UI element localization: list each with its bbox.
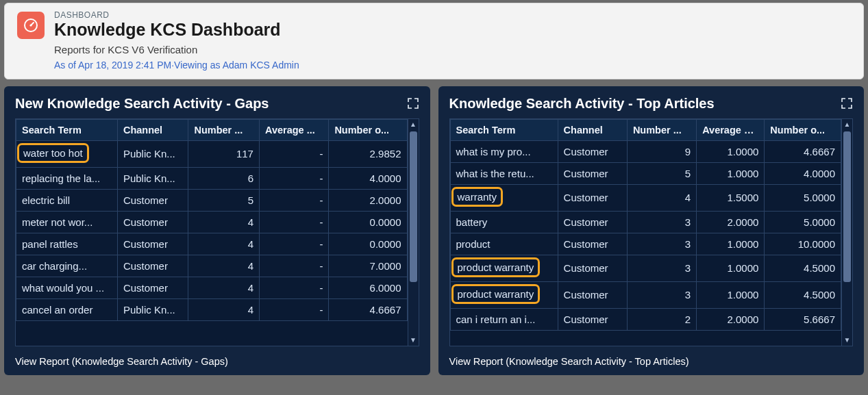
view-report-top-link[interactable]: View Report (Knowledge Search Activity -… [449, 356, 854, 367]
cell-number-1: 4 [188, 211, 260, 233]
col-number-2[interactable]: Number o... [765, 119, 841, 140]
col-channel[interactable]: Channel [558, 119, 627, 140]
table-row[interactable]: what would you ...Customer4-6.0000 [16, 277, 408, 298]
cell-number-2: 4.0000 [765, 162, 841, 184]
cell-channel: Customer [558, 308, 627, 330]
cell-number-1: 117 [188, 140, 260, 167]
highlight-box: product warranty [451, 284, 541, 304]
cell-number-2: 2.0000 [329, 189, 407, 211]
cell-search-term[interactable]: product warranty [450, 255, 558, 281]
cell-number-2: 4.0000 [329, 167, 407, 189]
table-row[interactable]: productCustomer31.000010.0000 [450, 233, 841, 255]
col-number-1[interactable]: Number ... [188, 119, 260, 140]
col-number-2[interactable]: Number o... [329, 119, 407, 140]
cell-average: - [259, 140, 328, 167]
cell-number-2: 5.0000 [765, 184, 841, 211]
cell-number-1: 4 [188, 233, 260, 255]
widget-top-title: Knowledge Search Activity - Top Articles [449, 96, 715, 112]
table-row[interactable]: meter not wor...Customer4-0.0000 [16, 211, 408, 233]
cell-average: - [259, 277, 328, 298]
cell-search-term[interactable]: what is the retu... [450, 162, 558, 184]
cell-number-2: 4.5000 [765, 281, 841, 308]
highlight-box: product warranty [451, 257, 541, 277]
cell-number-1: 5 [627, 162, 696, 184]
view-report-gaps-link[interactable]: View Report (Knowledge Search Activity -… [15, 356, 419, 367]
cell-search-term[interactable]: what would you ... [16, 277, 118, 298]
widget-top-articles: Knowledge Search Activity - Top Articles… [438, 86, 865, 375]
highlight-box: warranty [451, 187, 504, 207]
col-search-term[interactable]: Search Term [16, 119, 118, 140]
cell-number-1: 5 [188, 189, 260, 211]
cell-search-term[interactable]: product [450, 233, 558, 255]
scrollbar[interactable]: ▲ ▼ [841, 119, 852, 346]
cell-number-2: 5.6667 [765, 308, 841, 330]
table-row[interactable]: what is the retu...Customer51.00004.0000 [450, 162, 841, 184]
cell-search-term[interactable]: replacing the la... [16, 167, 118, 189]
cell-search-term[interactable]: warranty [450, 184, 558, 211]
table-row[interactable]: what is my pro...Customer91.00004.6667 [450, 140, 841, 162]
cell-average: 1.0000 [697, 140, 765, 162]
col-search-term[interactable]: Search Term [450, 119, 558, 140]
cell-channel: Customer [117, 233, 188, 255]
table-row[interactable]: batteryCustomer32.00005.0000 [450, 211, 841, 233]
cell-average: - [259, 211, 328, 233]
page-title: Knowledge KCS Dashboard [54, 21, 851, 40]
expand-icon[interactable] [841, 97, 853, 110]
scroll-thumb[interactable] [843, 131, 851, 282]
scrollbar[interactable]: ▲ ▼ [408, 119, 419, 346]
cell-search-term[interactable]: product warranty [450, 281, 558, 308]
table-row[interactable]: replacing the la...Public Kn...6-4.0000 [16, 167, 408, 189]
cell-search-term[interactable]: panel rattles [16, 233, 118, 255]
cell-number-1: 4 [188, 298, 260, 320]
cell-channel: Public Kn... [117, 167, 188, 189]
table-row[interactable]: water too hotPublic Kn...117-2.9852 [16, 140, 408, 167]
cell-number-2: 6.0000 [329, 277, 407, 298]
scroll-down-icon[interactable]: ▼ [408, 335, 419, 345]
table-row[interactable]: electric billCustomer5-2.0000 [16, 189, 408, 211]
table-row[interactable]: product warrantyCustomer31.00004.5000 [450, 281, 841, 308]
cell-number-2: 10.0000 [765, 233, 841, 255]
cell-channel: Customer [117, 211, 188, 233]
table-row[interactable]: cancel an orderPublic Kn...4-4.6667 [16, 298, 408, 320]
cell-number-1: 4 [188, 277, 260, 298]
cell-average: 2.0000 [697, 308, 765, 330]
svg-point-1 [29, 24, 32, 26]
col-channel[interactable]: Channel [117, 119, 188, 140]
scroll-down-icon[interactable]: ▼ [842, 335, 852, 345]
cell-search-term[interactable]: what is my pro... [450, 140, 558, 162]
scroll-up-icon[interactable]: ▲ [842, 120, 852, 129]
scroll-thumb[interactable] [410, 131, 417, 282]
cell-average: 1.0000 [697, 233, 765, 255]
cell-number-1: 2 [627, 308, 696, 330]
cell-channel: Customer [558, 281, 627, 308]
table-row[interactable]: car charging...Customer4-7.0000 [16, 255, 408, 277]
col-number-1[interactable]: Number ... [627, 119, 696, 140]
cell-search-term[interactable]: car charging... [16, 255, 118, 277]
cell-number-1: 3 [627, 255, 696, 281]
page-subtitle: Reports for KCS V6 Verification [54, 44, 851, 55]
cell-channel: Customer [117, 277, 188, 298]
col-average[interactable]: Average C... [697, 119, 765, 140]
page-meta: As of Apr 18, 2019 2:41 PM·Viewing as Ad… [54, 60, 851, 71]
highlight-box: water too hot [17, 143, 89, 163]
expand-icon[interactable] [407, 97, 419, 110]
scroll-up-icon[interactable]: ▲ [408, 120, 419, 129]
cell-search-term[interactable]: cancel an order [16, 298, 118, 320]
widget-gaps-title: New Knowledge Search Activity - Gaps [15, 96, 269, 112]
table-row[interactable]: warrantyCustomer41.50005.0000 [450, 184, 841, 211]
top-articles-table: Search Term Channel Number ... Average C… [450, 119, 842, 331]
cell-search-term[interactable]: water too hot [16, 140, 118, 167]
table-row[interactable]: panel rattlesCustomer4-0.0000 [16, 233, 408, 255]
cell-search-term[interactable]: can i return an i... [450, 308, 558, 330]
cell-channel: Customer [558, 255, 627, 281]
gauge-icon [17, 12, 45, 39]
cell-number-1: 3 [627, 211, 696, 233]
cell-search-term[interactable]: battery [450, 211, 558, 233]
cell-search-term[interactable]: electric bill [16, 189, 118, 211]
table-row[interactable]: can i return an i...Customer22.00005.666… [450, 308, 841, 330]
cell-search-term[interactable]: meter not wor... [16, 211, 118, 233]
cell-channel: Customer [117, 189, 188, 211]
table-row[interactable]: product warrantyCustomer31.00004.5000 [450, 255, 841, 281]
col-average[interactable]: Average ... [259, 119, 328, 140]
cell-average: 1.5000 [697, 184, 765, 211]
